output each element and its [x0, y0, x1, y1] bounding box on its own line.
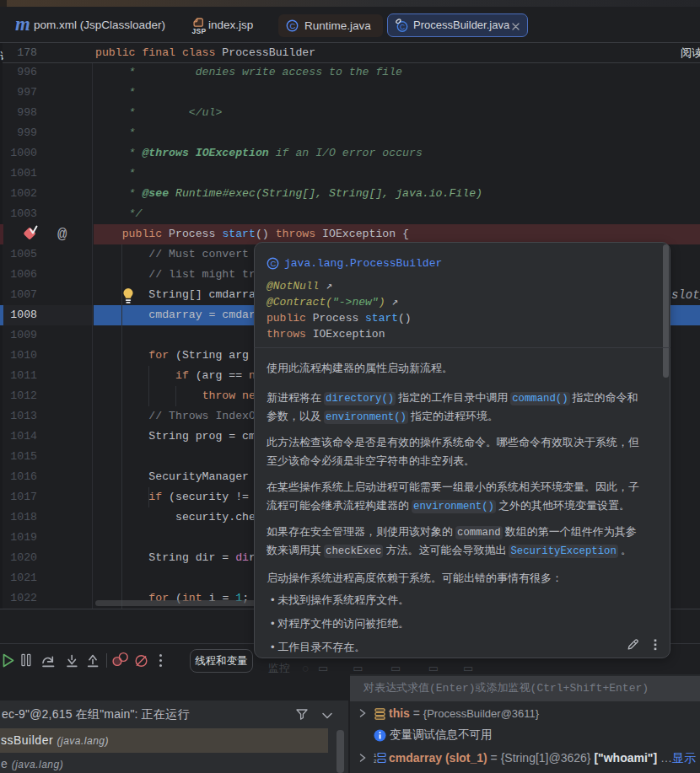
svg-text:1: 1 — [374, 753, 377, 758]
svg-text:JSP: JSP — [192, 27, 207, 35]
svg-text:2: 2 — [374, 759, 377, 764]
svg-text:C: C — [289, 21, 295, 30]
svg-text:C: C — [270, 259, 276, 268]
svg-text:C: C — [400, 23, 405, 31]
